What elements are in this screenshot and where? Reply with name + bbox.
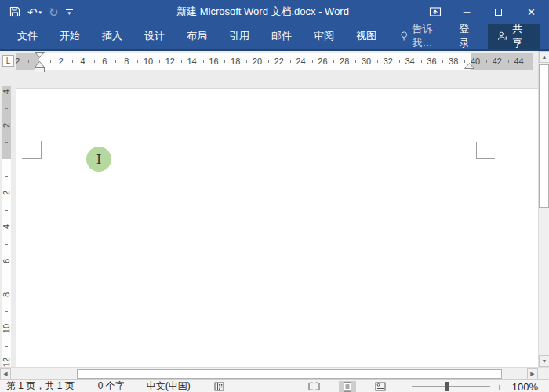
ruler-label: 30: [362, 56, 371, 66]
close-button[interactable]: ✕: [514, 0, 549, 24]
ruler-tick: [486, 60, 487, 63]
ribbon-tab[interactable]: 设计: [133, 24, 176, 49]
customize-quick-access-button[interactable]: ▾: [66, 9, 73, 15]
ruler-tick: [399, 60, 400, 63]
ruler-tick: [421, 60, 422, 63]
zoom-slider-handle[interactable]: [445, 382, 449, 391]
ruler-label: 10: [2, 324, 11, 333]
print-layout-button[interactable]: [339, 381, 356, 392]
ruler-label: 4: [81, 56, 85, 66]
tell-me-box[interactable]: 告诉我…: [400, 22, 448, 50]
text-boundary-corner-top-left: [22, 141, 42, 159]
ruler-label: 42: [493, 56, 502, 66]
ruler-label: 6: [2, 259, 11, 263]
language-status[interactable]: 中文(中国): [147, 379, 191, 392]
ruler-label: 38: [449, 56, 458, 66]
ruler-tick: [246, 60, 247, 63]
undo-dropdown-icon[interactable]: ▾: [39, 9, 42, 15]
ruler-tick: [72, 60, 73, 63]
undo-button[interactable]: ↶ ▾: [27, 6, 42, 18]
horizontal-scrollbar[interactable]: ◀ ▶: [0, 367, 549, 379]
ribbon-display-options-button[interactable]: [420, 0, 451, 24]
ruler-tick: [5, 244, 8, 245]
ribbon-tab[interactable]: 审阅: [303, 24, 345, 49]
scroll-down-button[interactable]: ▼: [539, 355, 549, 367]
scroll-right-button[interactable]: ▶: [527, 368, 538, 379]
document-page[interactable]: [16, 88, 538, 367]
zoom-out-button[interactable]: −: [400, 381, 406, 392]
read-mode-icon: [308, 382, 320, 391]
ruler-label: 2: [59, 56, 64, 66]
mouse-click-highlight: I: [86, 147, 111, 172]
ruler-label: 12: [165, 56, 175, 66]
ruler-label: 28: [340, 56, 349, 66]
ruler-label: 2: [2, 123, 11, 128]
read-mode-button[interactable]: [306, 381, 323, 392]
zoom-slider[interactable]: [412, 386, 490, 387]
window-title: 新建 Microsoft Word 文档.docx - Word: [106, 5, 420, 19]
input-status-button[interactable]: [214, 382, 224, 391]
save-button[interactable]: [9, 6, 20, 17]
window-controls: ─ ✕: [420, 0, 549, 24]
ruler-tick: [159, 60, 160, 63]
ruler-tick: [333, 60, 334, 63]
ribbon-tab[interactable]: 引用: [218, 24, 260, 49]
vertical-ruler[interactable]: 4224681012: [0, 72, 13, 367]
sign-in-button[interactable]: 登录: [448, 22, 488, 50]
ruler-label: 26: [318, 56, 327, 66]
quick-access-toolbar: ↶ ▾ ↻ ▾: [0, 6, 106, 18]
ruler-tick: [28, 60, 29, 63]
scroll-left-button[interactable]: ◀: [0, 368, 11, 379]
ruler-label: 32: [384, 56, 393, 66]
ruler-tick: [94, 60, 95, 63]
ruler-tick: [268, 60, 269, 63]
horizontal-ruler[interactable]: 2246810121416182022242628303234363840424…: [16, 53, 533, 70]
ruler-tick: [442, 60, 443, 63]
word-count-status[interactable]: 0 个字: [98, 379, 125, 392]
vertical-scrollbar[interactable]: ▲ ▼: [538, 51, 549, 367]
page-number-status[interactable]: 第 1 页，共 1 页: [6, 379, 75, 392]
ribbon-tabs: 文件开始插入设计布局引用邮件审阅视图: [0, 24, 387, 49]
input-status-icon: [214, 382, 224, 391]
ribbon-tab[interactable]: 文件: [6, 24, 49, 49]
horizontal-scrollbar-thumb[interactable]: [77, 369, 502, 379]
ruler-label: 6: [102, 56, 107, 66]
web-layout-button[interactable]: [372, 381, 389, 392]
ruler-tick: [224, 60, 225, 63]
scroll-up-button[interactable]: ▲: [539, 51, 549, 63]
ribbon-tab[interactable]: 开始: [49, 24, 91, 49]
ruler-right-margin: [471, 53, 533, 70]
ruler-tick: [137, 60, 138, 63]
chevron-down-icon: ▾: [67, 11, 71, 15]
document-area: 4224681012 I: [0, 72, 549, 367]
ribbon-display-options-icon: [429, 6, 442, 17]
ruler-tick: [50, 60, 51, 63]
minimize-button[interactable]: ─: [451, 0, 482, 24]
share-person-icon: [497, 31, 508, 42]
ruler-tick: [5, 142, 8, 143]
vertical-scrollbar-thumb[interactable]: [539, 64, 549, 208]
ruler-tick: [5, 346, 8, 347]
ruler-tick: [290, 60, 291, 63]
zoom-in-button[interactable]: +: [496, 381, 503, 392]
ribbon-tab[interactable]: 插入: [91, 24, 133, 49]
redo-button[interactable]: ↻: [49, 6, 59, 18]
ruler-label: 22: [274, 56, 284, 66]
status-bar: 第 1 页，共 1 页 0 个字 中文(中国): [0, 379, 549, 392]
ruler-label: 8: [124, 56, 129, 66]
first-line-indent-marker[interactable]: [35, 52, 45, 58]
right-indent-marker[interactable]: [464, 63, 474, 69]
ruler-label: 20: [253, 56, 262, 66]
ribbon-tab[interactable]: 邮件: [260, 24, 303, 49]
zoom-level[interactable]: 100%: [512, 381, 538, 392]
maximize-button[interactable]: [482, 0, 514, 24]
hanging-indent-marker[interactable]: [35, 61, 45, 67]
ruler-label: 24: [296, 56, 305, 66]
web-layout-icon: [375, 382, 386, 391]
maximize-icon: [495, 9, 502, 16]
share-button[interactable]: 共享: [488, 24, 540, 49]
ribbon-tab[interactable]: 布局: [176, 24, 218, 49]
ribbon-tab[interactable]: 视图: [345, 24, 387, 49]
tab-stop-selector[interactable]: L: [2, 55, 14, 67]
ruler-tick: [5, 176, 8, 177]
